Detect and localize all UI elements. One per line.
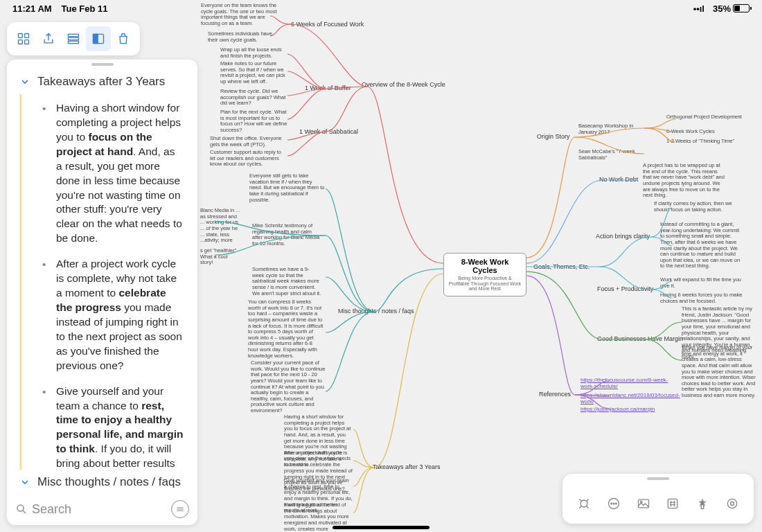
leaf[interactable]: Sometimes we have a 9-week cycle so that… (252, 267, 321, 296)
leaf[interactable]: Plan for the next cycle. What is most im… (220, 109, 290, 134)
outline-panel: Takeaways after 3 Years Having a short w… (7, 60, 197, 525)
central-node[interactable]: 8-Week Work Cycles Being More Productive… (443, 253, 526, 296)
svg-rect-1 (19, 34, 23, 38)
svg-point-17 (640, 501, 642, 503)
leaf[interactable]: When you have margin of your time and en… (682, 345, 758, 399)
search-bar: Search (7, 495, 197, 525)
search-icon (15, 503, 28, 515)
status-bar: 11:21 AM Tue Feb 11 ••ıl 35% (0, 0, 762, 17)
chevron-down-icon (19, 477, 30, 488)
svg-rect-4 (25, 40, 29, 44)
svg-rect-5 (69, 34, 79, 36)
leaf[interactable]: If clarity comes by action, then we shou… (654, 201, 737, 213)
leaf[interactable]: 6-Week Work Cycles (666, 129, 715, 135)
leaf[interactable]: Sometimes individuals have their own cyc… (208, 31, 277, 43)
date: Tue Feb 11 (62, 3, 108, 14)
node-goals[interactable]: Goals, Themes, Etc. (533, 263, 590, 270)
leaf[interactable]: Having 6 weeks forces you to make choice… (660, 292, 743, 304)
note-item[interactable]: After a project work cycle is complete, … (27, 253, 190, 380)
svg-rect-2 (25, 34, 29, 38)
ref-link[interactable]: https://thefocuscourse.com/8-week-work-s… (581, 377, 671, 389)
leaf[interactable]: 1-2 Weeks of "Thinking Time" (666, 139, 734, 145)
svg-rect-9 (94, 34, 98, 43)
svg-point-15 (615, 503, 617, 504)
note-item[interactable]: Having a short window for completing a p… (27, 97, 190, 253)
drag-handle[interactable] (562, 474, 754, 484)
style-button[interactable] (692, 493, 713, 514)
grid-view-button[interactable] (11, 26, 36, 51)
leaf[interactable]: Everyone still gets to take vacation tim… (249, 173, 326, 203)
leaf[interactable]: Shut down the office. Everyone gets the … (210, 136, 286, 148)
tag-button[interactable] (662, 493, 683, 514)
drag-handle[interactable] (7, 60, 197, 69)
leaf[interactable]: Wrap up all the loose ends and finish th… (220, 47, 290, 59)
leaf[interactable]: Make notes to our future serves. So that… (220, 61, 290, 85)
svg-rect-19 (701, 505, 703, 509)
node-overview[interactable]: Overview of the 8-Week Cycle (362, 81, 445, 88)
section-title: Misc thoughts / notes / faqs (37, 475, 181, 489)
svg-point-10 (17, 505, 24, 511)
leaf[interactable]: Customer support auto reply to let our r… (210, 150, 286, 168)
svg-rect-7 (69, 41, 79, 43)
clock: 11:21 AM (12, 3, 52, 14)
node-misc[interactable]: Misc thoughts / notes / faqs (338, 308, 414, 314)
leaf[interactable]: Basecamp Workshop in January 2017 (578, 123, 648, 135)
node-six-weeks[interactable]: 6 Weeks of Focused Work (291, 21, 364, 28)
leaf[interactable]: Blanc Media in ... as stressed and ... w… (200, 208, 242, 244)
leaf[interactable]: Sean McCabe's "7-week Sabbaticals" (578, 149, 648, 161)
leaf[interactable]: A project has to be wrapped up at the en… (643, 163, 726, 199)
home-indicator[interactable] (333, 526, 429, 529)
leaf[interactable]: You can compress 8 weeks worth of work i… (248, 299, 324, 359)
ref-link[interactable]: https://justinjackson.ca/margin (581, 406, 655, 412)
leaf[interactable]: Mike Schmitz testimony of regaining heal… (252, 223, 321, 247)
node-refs[interactable]: References (539, 391, 571, 398)
leaf[interactable]: Review the cycle. Did we accomplish our … (220, 89, 290, 107)
svg-rect-16 (638, 499, 648, 508)
node-workdebt[interactable]: No Work Debt (599, 176, 638, 183)
svg-point-21 (730, 502, 734, 506)
leaf[interactable]: s get "healthier" What a cool story! (200, 248, 242, 266)
notes-list[interactable]: Having a short window for completing a p… (19, 94, 197, 470)
node-action[interactable]: Action brings clarity (596, 233, 650, 240)
battery-indicator: 35% (713, 3, 750, 14)
cell-signal-icon: ••ıl (693, 3, 705, 14)
split-view-button[interactable] (86, 26, 111, 51)
search-input[interactable]: Search (15, 502, 166, 517)
more-button[interactable] (603, 493, 624, 514)
filter-button[interactable] (171, 500, 189, 518)
node-origin[interactable]: Origin Story (537, 133, 570, 140)
svg-rect-3 (19, 40, 23, 44)
edit-toolbar (562, 474, 754, 524)
node-sabbatical[interactable]: 1 Week of Sabbatical (299, 128, 358, 135)
target-button[interactable] (722, 493, 743, 514)
node-biz[interactable]: Good Businesses Have Margin (597, 335, 683, 342)
svg-rect-6 (69, 37, 79, 39)
svg-point-14 (613, 503, 614, 504)
note-item[interactable]: Give yourself and your team a chance to … (27, 380, 190, 470)
node-focus[interactable]: Focus + Productivity (597, 285, 653, 292)
section-misc[interactable]: Misc thoughts / notes / faqs (7, 470, 197, 495)
svg-point-13 (611, 503, 612, 504)
share-button[interactable] (36, 26, 61, 51)
outline-button[interactable] (61, 26, 86, 51)
leaf[interactable]: Consider your current pace of work. Woul… (251, 360, 327, 414)
svg-point-20 (727, 499, 736, 508)
chevron-down-icon (19, 76, 30, 87)
leaf[interactable]: Instead of committing to a giant, year-l… (660, 222, 743, 269)
leaf[interactable]: Work will expand to fill the time you gi… (660, 277, 743, 289)
shop-button[interactable] (111, 26, 136, 51)
node-buffer[interactable]: 1 Week of Buffer (305, 85, 351, 91)
leaf[interactable]: Orthogonal Project Development (666, 114, 742, 121)
node-takeaways[interactable]: Takeaways after 3 Years (373, 463, 441, 470)
section-takeaways[interactable]: Takeaways after 3 Years (7, 69, 197, 94)
svg-rect-18 (668, 499, 677, 508)
image-button[interactable] (633, 493, 654, 514)
section-title: Takeaways after 3 Years (37, 75, 165, 89)
focus-node-button[interactable] (574, 493, 594, 514)
ref-link[interactable]: https://shawnblanc.net/2018/03/focused-w… (581, 392, 671, 405)
toolbar (7, 22, 140, 55)
